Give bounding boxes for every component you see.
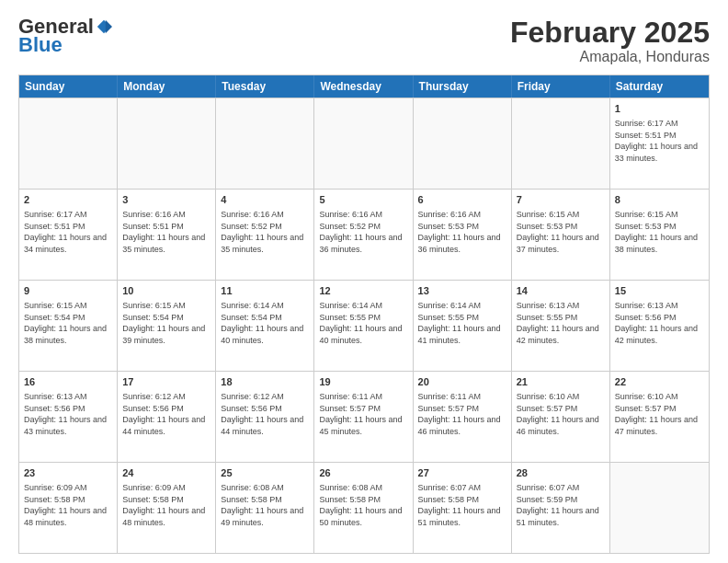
day-number: 27 — [418, 466, 506, 480]
cell-info: Sunrise: 6:10 AMSunset: 5:57 PMDaylight:… — [615, 391, 704, 437]
calendar-cell: 9Sunrise: 6:15 AMSunset: 5:54 PMDaylight… — [19, 281, 118, 371]
day-number: 1 — [615, 102, 704, 116]
day-number: 20 — [418, 375, 506, 389]
calendar-cell: 19Sunrise: 6:11 AMSunset: 5:57 PMDayligh… — [314, 372, 413, 462]
calendar-cell: 21Sunrise: 6:10 AMSunset: 5:57 PMDayligh… — [512, 372, 610, 462]
cell-info: Sunrise: 6:16 AMSunset: 5:52 PMDaylight:… — [319, 209, 407, 255]
calendar-row: 2Sunrise: 6:17 AMSunset: 5:51 PMDaylight… — [19, 189, 709, 280]
cell-info: Sunrise: 6:13 AMSunset: 5:55 PMDaylight:… — [517, 300, 605, 346]
cell-info: Sunrise: 6:16 AMSunset: 5:52 PMDaylight:… — [221, 209, 309, 255]
calendar-cell — [19, 98, 118, 189]
day-number: 11 — [221, 284, 309, 298]
calendar-title: February 2025 — [510, 17, 710, 49]
calendar-row: 9Sunrise: 6:15 AMSunset: 5:54 PMDaylight… — [19, 280, 709, 371]
calendar-cell — [216, 98, 314, 189]
cell-info: Sunrise: 6:17 AMSunset: 5:51 PMDaylight:… — [24, 209, 112, 255]
cell-info: Sunrise: 6:11 AMSunset: 5:57 PMDaylight:… — [319, 391, 407, 437]
calendar-cell: 4Sunrise: 6:16 AMSunset: 5:52 PMDaylight… — [216, 190, 314, 280]
cell-info: Sunrise: 6:07 AMSunset: 5:58 PMDaylight:… — [418, 482, 506, 528]
logo: General Blue — [18, 17, 112, 57]
calendar-cell — [118, 98, 216, 189]
cell-info: Sunrise: 6:16 AMSunset: 5:51 PMDaylight:… — [122, 209, 210, 255]
calendar-cell: 25Sunrise: 6:08 AMSunset: 5:58 PMDayligh… — [216, 463, 314, 553]
calendar-cell: 1Sunrise: 6:17 AMSunset: 5:51 PMDaylight… — [610, 98, 709, 189]
day-number: 18 — [221, 375, 309, 389]
cell-info: Sunrise: 6:16 AMSunset: 5:53 PMDaylight:… — [418, 209, 506, 255]
calendar-day-header: Tuesday — [216, 75, 314, 98]
cell-info: Sunrise: 6:09 AMSunset: 5:58 PMDaylight:… — [24, 482, 112, 528]
calendar-row: 1Sunrise: 6:17 AMSunset: 5:51 PMDaylight… — [19, 98, 709, 189]
calendar-cell: 16Sunrise: 6:13 AMSunset: 5:56 PMDayligh… — [19, 372, 118, 462]
calendar-cell: 2Sunrise: 6:17 AMSunset: 5:51 PMDaylight… — [19, 190, 118, 280]
day-number: 17 — [122, 375, 210, 389]
day-number: 15 — [615, 284, 704, 298]
day-number: 22 — [615, 375, 704, 389]
cell-info: Sunrise: 6:14 AMSunset: 5:55 PMDaylight:… — [418, 300, 506, 346]
day-number: 9 — [24, 284, 112, 298]
cell-info: Sunrise: 6:08 AMSunset: 5:58 PMDaylight:… — [221, 482, 309, 528]
calendar-day-header: Sunday — [19, 75, 118, 98]
cell-info: Sunrise: 6:17 AMSunset: 5:51 PMDaylight:… — [615, 118, 704, 164]
calendar-body: 1Sunrise: 6:17 AMSunset: 5:51 PMDaylight… — [19, 98, 709, 553]
calendar-day-header: Thursday — [414, 75, 512, 98]
day-number: 16 — [24, 375, 112, 389]
calendar-day-header: Wednesday — [314, 75, 413, 98]
day-number: 14 — [517, 284, 605, 298]
calendar: SundayMondayTuesdayWednesdayThursdayFrid… — [18, 75, 710, 554]
calendar-cell: 27Sunrise: 6:07 AMSunset: 5:58 PMDayligh… — [414, 463, 512, 553]
cell-info: Sunrise: 6:13 AMSunset: 5:56 PMDaylight:… — [24, 391, 112, 437]
calendar-cell: 18Sunrise: 6:12 AMSunset: 5:56 PMDayligh… — [216, 372, 314, 462]
calendar-cell — [512, 98, 610, 189]
calendar-cell: 8Sunrise: 6:15 AMSunset: 5:53 PMDaylight… — [610, 190, 709, 280]
calendar-cell: 15Sunrise: 6:13 AMSunset: 5:56 PMDayligh… — [610, 281, 709, 371]
calendar-cell: 28Sunrise: 6:07 AMSunset: 5:59 PMDayligh… — [512, 463, 610, 553]
day-number: 21 — [517, 375, 605, 389]
title-block: February 2025 Amapala, Honduras — [510, 17, 710, 65]
cell-info: Sunrise: 6:10 AMSunset: 5:57 PMDaylight:… — [517, 391, 605, 437]
calendar-cell: 26Sunrise: 6:08 AMSunset: 5:58 PMDayligh… — [314, 463, 413, 553]
calendar-cell: 11Sunrise: 6:14 AMSunset: 5:54 PMDayligh… — [216, 281, 314, 371]
header: General Blue February 2025 Amapala, Hond… — [18, 17, 710, 65]
cell-info: Sunrise: 6:14 AMSunset: 5:54 PMDaylight:… — [221, 300, 309, 346]
day-number: 19 — [319, 375, 407, 389]
cell-info: Sunrise: 6:15 AMSunset: 5:53 PMDaylight:… — [615, 209, 704, 255]
day-number: 5 — [319, 193, 407, 207]
calendar-cell — [314, 98, 413, 189]
calendar-day-header: Friday — [512, 75, 610, 98]
calendar-cell: 13Sunrise: 6:14 AMSunset: 5:55 PMDayligh… — [414, 281, 512, 371]
cell-info: Sunrise: 6:11 AMSunset: 5:57 PMDaylight:… — [418, 391, 506, 437]
cell-info: Sunrise: 6:14 AMSunset: 5:55 PMDaylight:… — [319, 300, 407, 346]
cell-info: Sunrise: 6:08 AMSunset: 5:58 PMDaylight:… — [319, 482, 407, 528]
day-number: 26 — [319, 466, 407, 480]
day-number: 13 — [418, 284, 506, 298]
cell-info: Sunrise: 6:12 AMSunset: 5:56 PMDaylight:… — [221, 391, 309, 437]
day-number: 10 — [122, 284, 210, 298]
calendar-cell: 10Sunrise: 6:15 AMSunset: 5:54 PMDayligh… — [118, 281, 216, 371]
calendar-cell: 3Sunrise: 6:16 AMSunset: 5:51 PMDaylight… — [118, 190, 216, 280]
day-number: 7 — [517, 193, 605, 207]
calendar-cell: 17Sunrise: 6:12 AMSunset: 5:56 PMDayligh… — [118, 372, 216, 462]
calendar-cell: 6Sunrise: 6:16 AMSunset: 5:53 PMDaylight… — [414, 190, 512, 280]
calendar-cell: 23Sunrise: 6:09 AMSunset: 5:58 PMDayligh… — [19, 463, 118, 553]
day-number: 28 — [517, 466, 605, 480]
calendar-row: 16Sunrise: 6:13 AMSunset: 5:56 PMDayligh… — [19, 371, 709, 462]
day-number: 8 — [615, 193, 704, 207]
calendar-cell — [610, 463, 709, 553]
cell-info: Sunrise: 6:15 AMSunset: 5:54 PMDaylight:… — [122, 300, 210, 346]
calendar-day-header: Saturday — [610, 75, 709, 98]
day-number: 12 — [319, 284, 407, 298]
calendar-subtitle: Amapala, Honduras — [510, 49, 710, 65]
day-number: 3 — [122, 193, 210, 207]
calendar-cell: 12Sunrise: 6:14 AMSunset: 5:55 PMDayligh… — [314, 281, 413, 371]
logo-icon — [96, 18, 112, 35]
calendar-cell: 7Sunrise: 6:15 AMSunset: 5:53 PMDaylight… — [512, 190, 610, 280]
calendar-cell: 14Sunrise: 6:13 AMSunset: 5:55 PMDayligh… — [512, 281, 610, 371]
logo-blue-text: Blue — [18, 33, 63, 57]
cell-info: Sunrise: 6:15 AMSunset: 5:53 PMDaylight:… — [517, 209, 605, 255]
cell-info: Sunrise: 6:13 AMSunset: 5:56 PMDaylight:… — [615, 300, 704, 346]
calendar-row: 23Sunrise: 6:09 AMSunset: 5:58 PMDayligh… — [19, 462, 709, 553]
calendar-cell: 20Sunrise: 6:11 AMSunset: 5:57 PMDayligh… — [414, 372, 512, 462]
day-number: 25 — [221, 466, 309, 480]
day-number: 4 — [221, 193, 309, 207]
day-number: 24 — [122, 466, 210, 480]
